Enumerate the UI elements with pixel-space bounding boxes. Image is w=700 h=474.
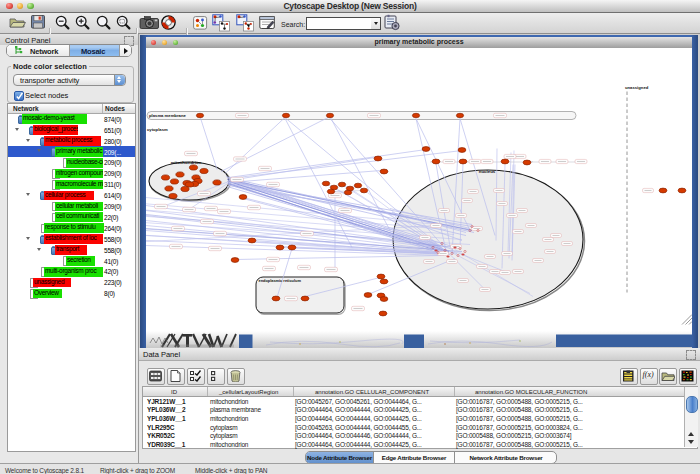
svg-text:endoplasmic reticulum: endoplasmic reticulum: [259, 278, 302, 283]
svg-text:plasma membrane: plasma membrane: [149, 112, 186, 117]
svg-text:nucleus: nucleus: [479, 169, 496, 174]
svg-text:cytoplasm: cytoplasm: [147, 126, 168, 131]
svg-text:mitochondrion: mitochondrion: [171, 160, 202, 165]
svg-text:unassigned: unassigned: [625, 84, 649, 89]
